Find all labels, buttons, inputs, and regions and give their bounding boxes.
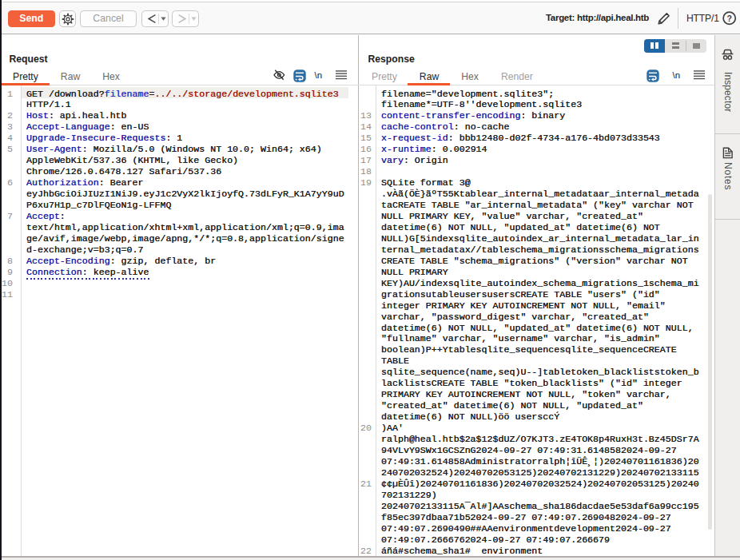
svg-text:?: ?: [726, 13, 731, 22]
